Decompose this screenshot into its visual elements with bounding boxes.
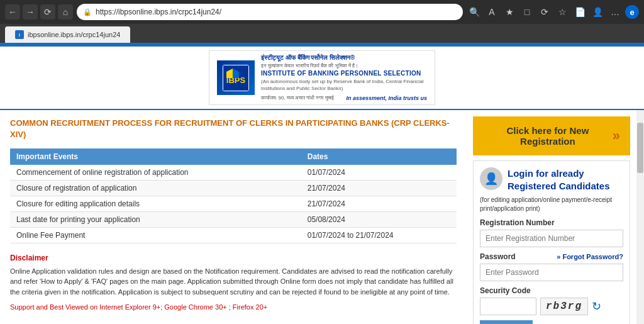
password-label: Password » Forgot Password?: [480, 252, 623, 261]
table-row: Online Fee Payment01/07/2024 to 21/07/20…: [10, 227, 457, 243]
more-icon[interactable]: …: [608, 4, 623, 20]
reload-button[interactable]: ⟳: [40, 4, 55, 20]
col-events: Important Events: [10, 148, 301, 165]
date-cell: 01/07/2024: [301, 165, 457, 181]
captcha-refresh-button[interactable]: ↻: [592, 299, 601, 313]
header-logo-container: IBPS इंस्टीट्यूट ऑफ बैंकिंग पर्सोनेल सिल…: [209, 50, 435, 105]
header-footer-text: कार्यालय: 90, मध्य अचार गांधी नगर मुम्बई: [261, 94, 334, 103]
tab-icon[interactable]: □: [519, 4, 535, 20]
date-cell: 21/07/2024: [301, 196, 457, 211]
date-cell: 05/08/2024: [301, 211, 457, 227]
registration-number-input[interactable]: [480, 230, 623, 247]
browser-chrome: ← → ⟳ ⌂ 🔒 https://ibpsonline.ibps.in/crp…: [0, 0, 644, 24]
table-row: Closure for editing application details2…: [10, 196, 457, 211]
login-header: 👤 Login for alreadyRegistered Candidates: [480, 167, 623, 192]
table-row: Commencement of online registration of a…: [10, 165, 457, 181]
event-cell: Closure for editing application details: [10, 196, 301, 211]
events-table: Important Events Dates Commencement of o…: [10, 148, 457, 243]
new-registration-button[interactable]: Click here for New Registration »: [473, 116, 630, 155]
forgot-password-link[interactable]: » Forgot Password?: [557, 253, 623, 260]
captcha-image: rb3rg: [540, 298, 588, 315]
header-title-eng: INSTITUTE OF BANKING PERSONNEL SELECTION: [261, 69, 427, 78]
scrollbar-thumb[interactable]: [637, 123, 643, 173]
chevron-icon: »: [613, 128, 620, 144]
date-cell: 21/07/2024: [301, 180, 457, 196]
url-text: https://ibpsonline.ibps.in/crpc14jun24/: [96, 8, 221, 16]
browser-controls: ← → ⟳ ⌂: [5, 4, 73, 20]
date-cell: 01/07/2024 to 21/07/2024: [301, 227, 457, 243]
header-subtitle-eng: (An autonomous body set up by Reserve Ba…: [261, 78, 427, 92]
favorites-icon[interactable]: ☆: [555, 4, 570, 20]
submit-button[interactable]: Submit: [480, 320, 533, 324]
event-cell: Online Fee Payment: [10, 227, 301, 243]
star-icon[interactable]: ★: [502, 4, 517, 20]
tab-bar: i ibpsonline.ibps.in/crpc14jun24: [0, 24, 644, 43]
tab-label: ibpsonline.ibps.in/crpc14jun24: [28, 31, 120, 38]
event-cell: Commencement of online registration of a…: [10, 165, 301, 181]
security-code-label: Security Code: [480, 286, 623, 295]
security-code-row: rb3rg ↻: [480, 298, 623, 315]
edge-icon[interactable]: e: [625, 5, 639, 19]
event-cell: Last date for printing your application: [10, 211, 301, 227]
back-button[interactable]: ←: [5, 4, 20, 20]
home-button[interactable]: ⌂: [58, 4, 73, 20]
login-title: Login for alreadyRegistered Candidates: [508, 167, 610, 192]
header-tagline: In assessment, India trusts us: [346, 94, 427, 103]
login-box: 👤 Login for alreadyRegistered Candidates…: [473, 160, 630, 324]
security-code-input[interactable]: [480, 298, 536, 315]
table-row: Closure of registration of application21…: [10, 180, 457, 196]
event-cell: Closure of registration of application: [10, 180, 301, 196]
header-text: इंस्टीट्यूट ऑफ बैंकिंग पर्सोनेल सिलेक्शन…: [261, 53, 427, 102]
content-wrapper: COMMON RECRUITMENT PROCESS FOR RECRUITME…: [0, 110, 644, 324]
address-bar[interactable]: 🔒 https://ibpsonline.ibps.in/crpc14jun24…: [77, 4, 463, 20]
table-row: Last date for printing your application0…: [10, 211, 457, 227]
col-dates: Dates: [301, 148, 457, 165]
disclaimer-title: Disclaimer: [10, 254, 457, 262]
ibps-logo: IBPS: [217, 60, 255, 95]
forward-button[interactable]: →: [23, 4, 38, 20]
profile-icon[interactable]: 👤: [590, 4, 605, 20]
disclaimer-text: Online Application validation rules and …: [10, 266, 457, 298]
password-input[interactable]: [480, 264, 623, 281]
header-subtitle-hindi: इन मूल्यांकन केवल भारतीय रिज़र्व बैंक की…: [261, 62, 427, 69]
scrollbar[interactable]: [636, 110, 644, 324]
page-title: COMMON RECRUITMENT PROCESS FOR RECRUITME…: [10, 118, 457, 140]
browser-support-text: Support and Best Viewed on Internet Expl…: [10, 303, 457, 311]
header-area: IBPS इंस्टीट्यूट ऑफ बैंकिंग पर्सोनेल सिल…: [0, 47, 644, 110]
active-tab[interactable]: i ibpsonline.ibps.in/crpc14jun24: [5, 26, 130, 43]
refresh-icon[interactable]: ⟳: [537, 4, 552, 20]
search-icon[interactable]: 🔍: [467, 4, 482, 20]
reg-number-label: Registration Number: [480, 218, 623, 227]
lock-icon: 🔒: [83, 8, 92, 16]
tab-favicon: i: [15, 30, 24, 39]
left-panel: COMMON RECRUITMENT PROCESS FOR RECRUITME…: [0, 110, 467, 324]
collections-icon[interactable]: 📄: [572, 4, 587, 20]
browser-actions: 🔍 A ★ □ ⟳ ☆ 📄 👤 … e: [467, 4, 639, 20]
new-registration-label: Click here for New Registration: [483, 125, 613, 147]
read-mode-icon[interactable]: A: [484, 4, 499, 20]
right-panel: Click here for New Registration » 👤 Logi…: [467, 110, 636, 324]
login-subtitle: (for editing application/online payment/…: [480, 196, 623, 213]
user-avatar-icon: 👤: [480, 167, 502, 190]
header-title-hindi: इंस्टीट्यूट ऑफ बैंकिंग पर्सोनेल सिलेक्शन…: [261, 53, 427, 62]
